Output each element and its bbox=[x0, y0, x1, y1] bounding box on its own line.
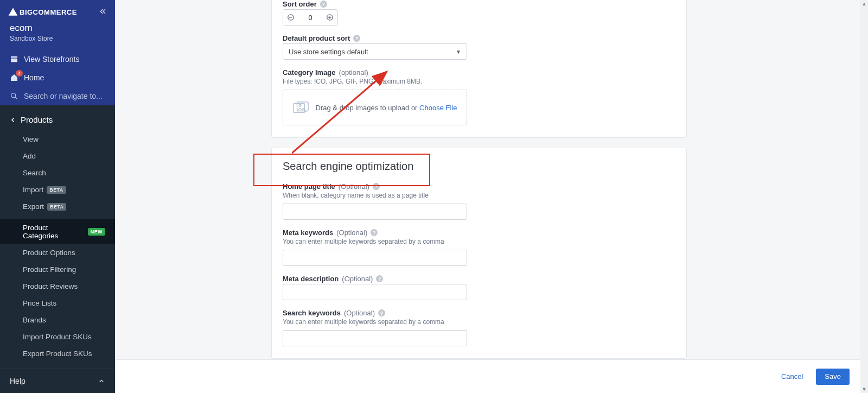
nav-home[interactable]: 4 Home bbox=[0, 68, 115, 87]
sidebar-item-view[interactable]: View bbox=[0, 131, 115, 148]
label-default-sort: Default product sort ? bbox=[283, 34, 675, 42]
help-icon[interactable]: ? bbox=[320, 1, 327, 8]
help-icon[interactable]: ? bbox=[371, 229, 378, 236]
choose-file-link[interactable]: Choose File bbox=[419, 104, 457, 112]
help-icon[interactable]: ? bbox=[353, 35, 360, 42]
label-sort-order: Sort order ? bbox=[283, 0, 675, 8]
image-dropzone[interactable]: Drag & drop images to upload or Choose F… bbox=[283, 90, 467, 125]
chevron-down-icon: ▼ bbox=[456, 49, 461, 55]
search-icon bbox=[10, 92, 18, 100]
sidebar-item-export-product-skus[interactable]: Export Product SKUs bbox=[0, 345, 115, 362]
home-badge: 4 bbox=[16, 70, 23, 77]
svg-rect-1 bbox=[11, 59, 17, 62]
default-sort-select[interactable]: Use store settings default ▼ bbox=[283, 43, 467, 60]
sidebar-item-add[interactable]: Add bbox=[0, 148, 115, 164]
scroll-up-icon[interactable]: ▲ bbox=[860, 0, 868, 8]
sidebar: BIGCOMMERCE ecom Sandbox Store View Stor… bbox=[0, 0, 115, 393]
label-home-title: Home page title (Optional) ? bbox=[283, 182, 675, 191]
sidebar-item-product-options[interactable]: Product Options bbox=[0, 244, 115, 261]
meta-description-input[interactable] bbox=[283, 284, 467, 300]
sidebar-item-export[interactable]: ExportBETA bbox=[0, 198, 115, 215]
upload-icon bbox=[293, 101, 309, 114]
stepper-value: 0 bbox=[298, 14, 322, 22]
sidebar-item-import-product-skus[interactable]: Import Product SKUs bbox=[0, 328, 115, 345]
cancel-button[interactable]: Cancel bbox=[773, 369, 812, 385]
sidebar-item-product-filtering[interactable]: Product Filtering bbox=[0, 261, 115, 278]
help-icon[interactable]: ? bbox=[373, 183, 380, 190]
nav-view-storefronts[interactable]: View Storefronts bbox=[0, 50, 115, 68]
svg-line-3 bbox=[15, 97, 17, 99]
label-category-image: Category Image (optional) bbox=[283, 68, 675, 77]
search-keywords-input[interactable] bbox=[283, 330, 467, 346]
svg-point-2 bbox=[11, 93, 16, 98]
card-basic: Sort order ? 0 Default product sort ? bbox=[271, 0, 687, 138]
stepper-minus[interactable] bbox=[283, 10, 298, 25]
section-products[interactable]: Products bbox=[0, 109, 115, 131]
pill: BETA bbox=[47, 186, 66, 194]
store-name: ecom bbox=[10, 23, 105, 34]
sidebar-item-brands[interactable]: Brands bbox=[0, 312, 115, 328]
store-subtitle: Sandbox Store bbox=[10, 35, 105, 42]
seo-section-title: Search engine optimization bbox=[283, 158, 429, 175]
sort-order-stepper[interactable]: 0 bbox=[283, 9, 338, 26]
brand-mark-icon bbox=[8, 7, 18, 17]
brand-logo: BIGCOMMERCE bbox=[8, 7, 77, 17]
help-toggle[interactable]: Help bbox=[0, 369, 115, 393]
hint-search-keywords: You can enter multiple keywords separate… bbox=[283, 318, 675, 326]
sidebar-item-product-categories[interactable]: Product CategoriesNEW bbox=[0, 219, 115, 244]
footer-bar: Cancel Save bbox=[115, 359, 860, 393]
chevron-left-icon bbox=[10, 117, 16, 123]
card-seo: Search engine optimization Home page tit… bbox=[271, 148, 687, 359]
storefront-icon bbox=[10, 55, 18, 64]
svg-rect-0 bbox=[11, 56, 17, 58]
hint-category-image: File types: ICO, JPG, GIF, PNG, maximum … bbox=[283, 78, 675, 85]
label-search-keywords: Search keywords (Optional) ? bbox=[283, 309, 675, 317]
hint-meta-keywords: You can enter multiple keywords separate… bbox=[283, 238, 675, 245]
help-icon[interactable]: ? bbox=[376, 275, 383, 282]
pill: BETA bbox=[47, 203, 66, 211]
scroll-down-icon[interactable]: ▼ bbox=[860, 385, 868, 393]
pill: NEW bbox=[88, 228, 105, 236]
home-title-input[interactable] bbox=[283, 204, 467, 220]
meta-keywords-input[interactable] bbox=[283, 250, 467, 266]
chevron-up-icon bbox=[98, 377, 105, 385]
label-meta-description: Meta description (Optional) ? bbox=[283, 275, 675, 283]
svg-point-11 bbox=[299, 104, 301, 106]
sidebar-item-search[interactable]: Search bbox=[0, 164, 115, 181]
nav-search[interactable]: Search or navigate to... bbox=[0, 87, 115, 105]
save-button[interactable]: Save bbox=[816, 369, 850, 385]
store-block: ecom Sandbox Store bbox=[0, 22, 115, 50]
hint-home-title: When blank, category name is used as a p… bbox=[283, 192, 675, 199]
collapse-sidebar-icon[interactable] bbox=[99, 7, 107, 17]
sidebar-item-product-reviews[interactable]: Product Reviews bbox=[0, 278, 115, 295]
main-area: Sort order ? 0 Default product sort ? bbox=[115, 0, 868, 393]
vertical-scrollbar[interactable]: ▲ ▼ bbox=[860, 0, 868, 393]
stepper-plus[interactable] bbox=[322, 10, 337, 25]
label-meta-keywords: Meta keywords (Optional) ? bbox=[283, 229, 675, 237]
help-icon[interactable]: ? bbox=[378, 309, 385, 316]
sidebar-item-import[interactable]: ImportBETA bbox=[0, 181, 115, 198]
sidebar-item-price-lists[interactable]: Price Lists bbox=[0, 295, 115, 312]
